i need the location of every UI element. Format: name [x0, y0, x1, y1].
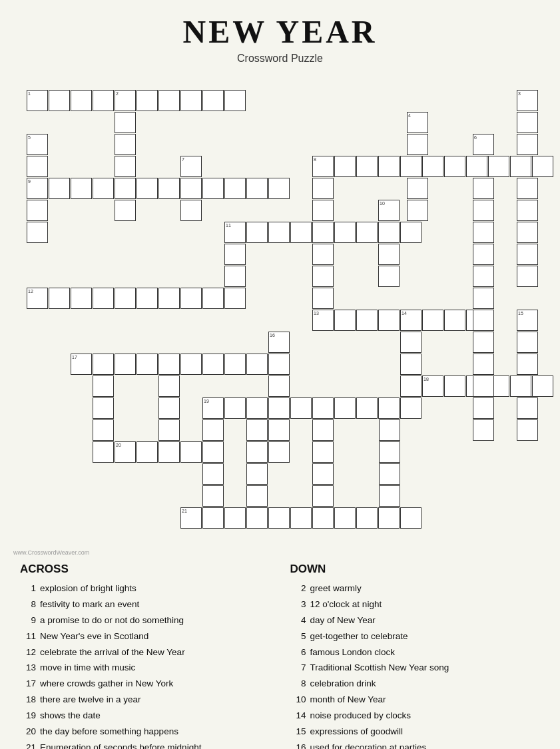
cell-12-0[interactable]: 12 [27, 288, 48, 309]
cell-12-3[interactable] [93, 288, 114, 309]
cell-11d-3[interactable] [224, 288, 246, 309]
cell-3-2[interactable] [517, 134, 538, 155]
cell-2-1[interactable] [115, 112, 136, 133]
cell-e1[interactable] [312, 419, 334, 441]
cell-e2[interactable] [312, 441, 334, 463]
cell-8-3[interactable] [378, 156, 400, 177]
cell-21-7[interactable] [334, 507, 356, 529]
cell-5-4[interactable] [27, 222, 48, 243]
cell-13-1[interactable] [334, 310, 356, 331]
cell-5-3[interactable] [27, 200, 48, 221]
cell-1-2[interactable] [71, 90, 92, 111]
cell-a4[interactable] [93, 441, 114, 463]
cell-14-3[interactable] [400, 375, 421, 397]
cell-18-4[interactable] [510, 375, 531, 397]
cell-11d-2[interactable] [224, 266, 246, 287]
cell-19-3[interactable] [268, 397, 290, 419]
cell-9-10[interactable] [246, 178, 268, 199]
cell-21-1[interactable] [202, 507, 224, 529]
cell-10-3[interactable] [378, 266, 400, 287]
cell-9-7[interactable] [180, 178, 202, 199]
cell-6-6[interactable] [473, 266, 494, 287]
cell-12-5[interactable] [137, 288, 158, 309]
cell-1-8[interactable] [202, 90, 224, 111]
cell-17-3[interactable] [137, 354, 158, 375]
cell-20-1[interactable] [137, 441, 158, 463]
cell-6-0[interactable]: 6 [473, 134, 494, 155]
cell-21-8[interactable] [356, 507, 378, 529]
cell-6-4[interactable] [473, 222, 494, 243]
cell-16-1[interactable] [268, 354, 290, 375]
cell-3-7[interactable] [517, 244, 538, 265]
cell-11d-1[interactable] [224, 244, 246, 265]
cell-17-1[interactable] [93, 354, 114, 375]
cell-8d-5[interactable] [312, 266, 334, 287]
cell-7-2[interactable] [180, 200, 202, 221]
cell-6-13[interactable] [473, 419, 494, 441]
cell-8-2[interactable] [356, 156, 378, 177]
cell-3-8[interactable] [517, 266, 538, 287]
cell-11-2[interactable] [268, 222, 290, 243]
cell-15-1[interactable] [517, 332, 538, 353]
cell-19-8[interactable] [378, 397, 400, 419]
cell-12-6[interactable] [158, 288, 180, 309]
cell-20-0[interactable]: 20 [115, 441, 136, 463]
cell-6-7[interactable] [473, 288, 494, 309]
cell-3-5[interactable] [517, 200, 538, 221]
cell-11-5[interactable] [334, 222, 356, 243]
cell-a2[interactable] [93, 397, 114, 419]
cell-17-4[interactable] [158, 354, 180, 375]
cell-f2[interactable] [379, 441, 400, 463]
cell-1-0[interactable]: 1 [27, 90, 48, 111]
cell-13-4[interactable]: 14 [400, 310, 421, 331]
cell-19-5[interactable] [312, 397, 334, 419]
cell-1-6[interactable] [158, 90, 180, 111]
cell-1-5[interactable] [137, 90, 158, 111]
cell-1-9[interactable] [224, 90, 246, 111]
cell-11-1[interactable] [246, 222, 268, 243]
cell-9-11[interactable] [268, 178, 290, 199]
cell-8-1[interactable] [334, 156, 356, 177]
cell-8-0[interactable]: 8 [312, 156, 334, 177]
cell-3-1[interactable] [517, 112, 538, 133]
cell-13-5[interactable] [422, 310, 443, 331]
cell-15-4[interactable] [517, 397, 538, 419]
cell-11-7[interactable] [378, 222, 400, 243]
cell-c1[interactable] [202, 419, 224, 441]
cell-4-4[interactable] [407, 200, 428, 221]
cell-6-8[interactable] [473, 310, 494, 331]
cell-18-1[interactable] [444, 375, 465, 397]
cell-16-0[interactable]: 16 [268, 332, 290, 353]
cell-8-5[interactable] [422, 156, 443, 177]
cell-17-8[interactable] [246, 354, 268, 375]
cell-12-4[interactable] [115, 288, 136, 309]
cell-9-1[interactable] [49, 178, 70, 199]
cell-19-0[interactable]: 19 [202, 397, 224, 419]
cell-9-6[interactable] [158, 178, 180, 199]
cell-19-6[interactable] [334, 397, 356, 419]
cell-17-7[interactable] [224, 354, 246, 375]
cell-9-8[interactable] [202, 178, 224, 199]
cell-20-2[interactable] [158, 441, 180, 463]
cell-2-4[interactable] [115, 178, 136, 199]
cell-21-6[interactable] [312, 507, 334, 529]
cell-15-2[interactable] [517, 354, 538, 375]
cell-15-0[interactable]: 15 [517, 310, 538, 331]
cell-5-0[interactable]: 5 [27, 134, 48, 155]
cell-18-5[interactable] [532, 375, 553, 397]
cell-a1[interactable] [93, 375, 114, 397]
cell-21-10[interactable] [400, 507, 421, 529]
cell-d2[interactable] [246, 441, 268, 463]
cell-4-1[interactable] [407, 134, 428, 155]
cell-12-1[interactable] [49, 288, 70, 309]
cell-19-4[interactable] [290, 397, 312, 419]
cell-12-7[interactable] [180, 288, 202, 309]
cell-16-5[interactable] [268, 441, 290, 463]
cell-8-4[interactable] [400, 156, 421, 177]
cell-1-3[interactable] [93, 90, 114, 111]
cell-5-1[interactable] [27, 156, 48, 177]
cell-13-2[interactable] [356, 310, 378, 331]
cell-4-0[interactable]: 4 [407, 112, 428, 133]
cell-2-5[interactable] [115, 200, 136, 221]
cell-3-6[interactable] [517, 222, 538, 243]
